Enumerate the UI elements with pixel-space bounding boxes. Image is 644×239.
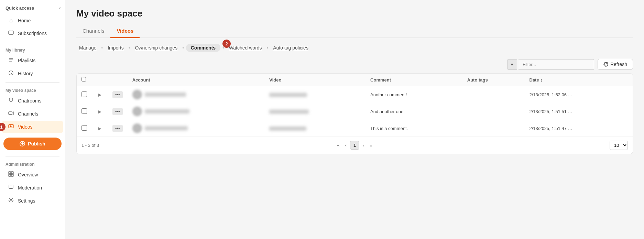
sidebar-item-home[interactable]: ⌂ Home — [2, 15, 63, 26]
tab-autotag[interactable]: Auto tag policies — [270, 44, 311, 52]
row-autotags — [462, 86, 525, 103]
filter-dropdown-button[interactable]: ▾ — [507, 59, 517, 70]
row-expand-button[interactable]: ▶ — [97, 125, 103, 132]
row-expand-cell[interactable]: ▶ — [92, 120, 108, 137]
video-title — [269, 110, 309, 114]
sidebar-item-label: Subscriptions — [18, 31, 47, 36]
sidebar-item-subscriptions[interactable]: Subscriptions — [2, 27, 63, 40]
prev-page-button[interactable]: ‹ — [343, 141, 349, 149]
table-header-row: Account Video Comment Auto tags Date ↕ — [77, 74, 633, 86]
tab-watched[interactable]: Watched words — [226, 44, 265, 52]
sidebar-item-history[interactable]: History — [2, 67, 63, 80]
row-comment: Another comment! — [365, 86, 462, 103]
row-video — [264, 103, 365, 120]
first-page-button[interactable]: « — [335, 141, 341, 149]
my-library-label: My library — [0, 44, 65, 54]
tab-ownership[interactable]: Ownership changes — [132, 44, 180, 52]
last-page-button[interactable]: » — [368, 141, 374, 149]
th-checkbox — [77, 74, 92, 86]
sidebar-item-label: Settings — [18, 198, 35, 204]
video-title — [269, 93, 307, 97]
row-autotags — [462, 103, 525, 120]
row-date: 2/13/2025, 1:51:47 … — [525, 120, 633, 137]
svg-rect-15 — [9, 172, 11, 174]
row-checkbox[interactable] — [81, 91, 87, 97]
moderation-icon — [8, 184, 14, 191]
publish-label: Publish — [28, 141, 45, 146]
row-account — [128, 86, 265, 103]
row-expand-cell[interactable]: ▶ — [92, 86, 108, 103]
collapse-sidebar-button[interactable]: ‹ — [59, 5, 61, 11]
divider — [6, 82, 59, 83]
th-expand — [92, 74, 108, 86]
account-name — [145, 126, 188, 130]
row-expand-cell[interactable]: ▶ — [92, 103, 108, 120]
select-all-checkbox[interactable] — [81, 77, 86, 82]
row-comment: And another one. — [365, 103, 462, 120]
settings-icon — [8, 197, 14, 204]
dot-3: • — [182, 45, 184, 51]
publish-button[interactable]: Publish — [3, 138, 62, 150]
sidebar-item-label: Home — [18, 18, 31, 23]
row-more-cell[interactable]: ••• — [108, 120, 128, 137]
avatar — [132, 107, 142, 116]
row-checkbox[interactable] — [81, 108, 87, 114]
row-more-button[interactable]: ••• — [112, 125, 123, 132]
page-1-button[interactable]: 1 — [350, 141, 359, 150]
table-row: ▶ ••• This is a comment. 2/13/2025, 1:51… — [77, 120, 633, 137]
sidebar-item-chatrooms[interactable]: Chatrooms — [2, 95, 63, 107]
tab-manage[interactable]: Manage — [76, 44, 99, 52]
refresh-button[interactable]: Refresh — [598, 59, 633, 70]
tab-videos[interactable]: Videos — [110, 25, 140, 38]
tab-comments[interactable]: Comments 2 — [186, 44, 220, 52]
avatar — [132, 90, 142, 99]
row-autotags — [462, 120, 525, 137]
sidebar-item-playlists[interactable]: Playlists — [2, 54, 63, 67]
tab-imports[interactable]: Imports — [105, 44, 127, 52]
tab-channels[interactable]: Channels — [76, 25, 110, 38]
row-video — [264, 120, 365, 137]
th-comment: Comment — [365, 74, 462, 86]
svg-rect-1 — [10, 30, 10, 31]
pagination-row: 1 - 3 of 3 « ‹ 1 › » 10 25 50 — [77, 137, 633, 154]
sidebar-item-label: Moderation — [18, 185, 42, 191]
comments-table: Account Video Comment Auto tags Date ↕ ▶… — [76, 73, 633, 154]
row-expand-button[interactable]: ▶ — [97, 108, 103, 115]
row-checkbox[interactable] — [81, 125, 87, 131]
sidebar-item-moderation[interactable]: Moderation — [2, 182, 63, 194]
row-checkbox-cell[interactable] — [77, 120, 92, 137]
administration-label: Administration — [0, 159, 65, 168]
row-checkbox-cell[interactable] — [77, 103, 92, 120]
sidebar-item-label: Chatrooms — [18, 98, 41, 104]
channels-icon — [8, 110, 14, 117]
filter-input[interactable] — [519, 59, 594, 70]
th-account: Account — [128, 74, 265, 86]
row-checkbox-cell[interactable] — [77, 86, 92, 103]
svg-point-20 — [10, 199, 12, 201]
next-page-button[interactable]: › — [361, 141, 366, 149]
row-more-button[interactable]: ••• — [112, 91, 123, 98]
row-video — [264, 86, 365, 103]
per-page-select[interactable]: 10 25 50 — [610, 141, 628, 150]
sidebar-item-channels[interactable]: Channels — [2, 108, 63, 120]
row-more-cell[interactable]: ••• — [108, 103, 128, 120]
th-video: Video — [264, 74, 365, 86]
svg-rect-17 — [9, 174, 11, 176]
sidebar-item-overview[interactable]: Overview — [2, 169, 63, 181]
row-account — [128, 120, 265, 137]
svg-point-8 — [9, 99, 10, 100]
account-name — [145, 93, 186, 97]
pagination-info: 1 - 3 of 3 — [81, 143, 99, 148]
sidebar-item-videos[interactable]: Videos 1 — [2, 121, 63, 133]
row-more-button[interactable]: ••• — [112, 108, 123, 115]
row-comment: This is a comment. — [365, 120, 462, 137]
row-more-cell[interactable]: ••• — [108, 86, 128, 103]
row-expand-button[interactable]: ▶ — [97, 91, 103, 98]
dot-5: • — [267, 45, 269, 51]
th-date[interactable]: Date ↕ — [525, 74, 633, 86]
svg-rect-11 — [9, 112, 12, 115]
divider — [6, 42, 59, 42]
th-autotags: Auto tags — [462, 74, 525, 86]
sidebar-item-settings[interactable]: Settings — [2, 195, 63, 207]
svg-point-10 — [12, 99, 13, 100]
